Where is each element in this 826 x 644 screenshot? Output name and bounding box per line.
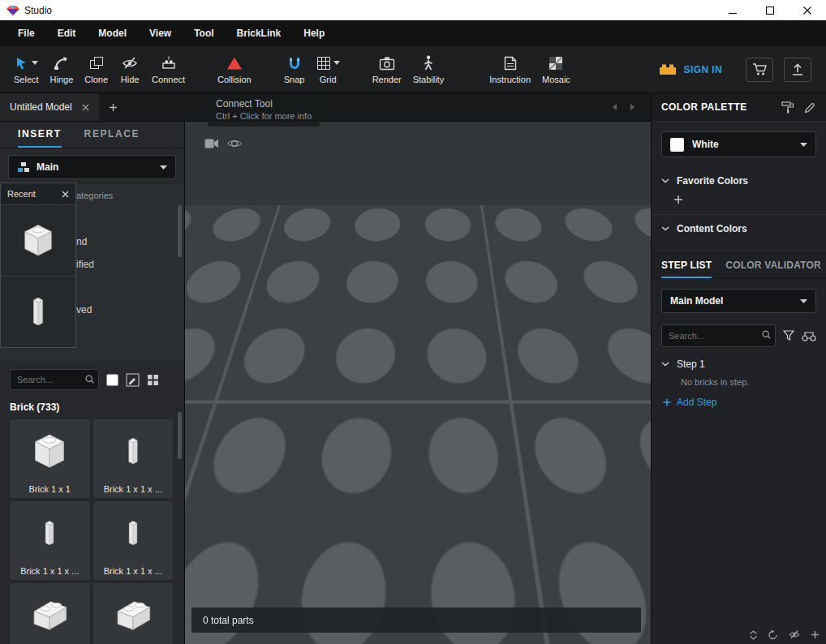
tab-color-validator[interactable]: COLOR VALIDATOR <box>725 253 821 278</box>
brick-1x1-tall-thumbnail <box>122 419 144 484</box>
tool-stability[interactable]: Stability <box>407 54 450 86</box>
part-tile[interactable]: Brick 1 x 1 x ... <box>93 419 174 498</box>
nav-right-icon[interactable] <box>630 103 636 111</box>
step-list-tabs: STEP LIST COLOR VALIDATOR <box>652 252 826 279</box>
step-search-input[interactable] <box>661 324 776 347</box>
add-icon[interactable] <box>811 630 820 639</box>
part-tile[interactable]: Brick 1 x 2 <box>10 583 90 644</box>
selected-color-swatch[interactable] <box>106 374 118 386</box>
tool-hinge[interactable]: Hinge <box>45 54 80 86</box>
white-color-swatch <box>670 138 684 152</box>
tab-insert[interactable]: INSERT <box>18 122 62 148</box>
stability-figure-icon <box>423 55 434 71</box>
collapse-steps-icon[interactable] <box>749 630 758 640</box>
recent-popup: Recent <box>0 182 76 348</box>
clone-icon <box>89 56 104 71</box>
snap-icon <box>287 56 302 71</box>
caret-down-icon <box>333 61 340 65</box>
recent-close-icon[interactable] <box>62 191 69 198</box>
viewport-3d[interactable]: 0 total parts <box>185 122 651 644</box>
category-scrollbar[interactable] <box>178 205 182 257</box>
new-model-tab-button[interactable] <box>99 93 128 121</box>
menu-help[interactable]: Help <box>292 20 336 46</box>
parts-section-header: Brick (733) <box>10 401 174 413</box>
add-step-button[interactable]: Add Step <box>652 387 826 408</box>
tab-replace[interactable]: REPLACE <box>84 122 140 148</box>
upload-button[interactable] <box>784 58 811 82</box>
tool-render[interactable]: Render <box>367 54 407 86</box>
brick-1x1-thumbnail <box>27 419 72 484</box>
tab-nav <box>611 103 651 111</box>
view-mode-grid-icon[interactable] <box>147 374 159 386</box>
step-search-row <box>661 324 816 347</box>
paint-roller-icon[interactable] <box>781 101 794 114</box>
tool-grid[interactable]: Grid <box>311 54 346 86</box>
favorite-colors-section[interactable]: Favorite Colors <box>652 167 826 190</box>
menu-model[interactable]: Model <box>87 20 138 46</box>
connect-icon <box>161 56 176 71</box>
orbit-icon[interactable] <box>227 138 242 149</box>
recent-part-brick-1x1x3[interactable] <box>1 276 75 347</box>
tool-snap[interactable]: Snap <box>278 54 311 86</box>
color-dropdown[interactable]: White <box>661 131 816 157</box>
tab-step-list[interactable]: STEP LIST <box>661 253 712 278</box>
tool-select[interactable]: Select <box>8 54 45 86</box>
caret-down-icon <box>160 165 167 170</box>
recent-popup-title: Recent <box>7 189 36 199</box>
part-tile[interactable]: Brick 1 x 2 <box>93 583 174 644</box>
tooltip-subtitle: Ctrl + Click for more info <box>216 111 312 121</box>
decorated-parts-icon[interactable] <box>126 373 140 387</box>
add-favorite-color-button[interactable] <box>652 190 826 214</box>
caret-down-icon <box>800 143 807 147</box>
tab-close-icon[interactable] <box>82 104 89 111</box>
brick-1x1-tall-thumbnail <box>123 501 144 566</box>
content-colors-section[interactable]: Content Colors <box>652 215 826 238</box>
eyedropper-icon[interactable] <box>804 101 816 114</box>
step-1-row[interactable]: Step 1 <box>652 347 826 371</box>
refresh-steps-icon[interactable] <box>768 629 778 640</box>
menu-tool[interactable]: Tool <box>183 20 225 46</box>
search-icon <box>84 374 95 384</box>
cart-icon <box>752 62 767 76</box>
part-tile[interactable]: Brick 1 x 1 <box>10 419 90 498</box>
tool-clone[interactable]: Clone <box>79 54 114 86</box>
shopping-cart-button[interactable] <box>746 58 773 82</box>
model-dropdown[interactable]: Main Model <box>661 289 816 313</box>
workspace: Untitled Model INSERT REPLACE Main <box>0 93 826 644</box>
caret-down-icon <box>800 299 807 303</box>
palette-icon <box>17 161 30 173</box>
part-tile[interactable]: Brick 1 x 1 x ... <box>10 501 90 580</box>
chevron-down-icon <box>661 178 669 183</box>
tool-hide[interactable]: Hide <box>114 54 146 86</box>
search-icon <box>761 329 772 340</box>
nav-left-icon[interactable] <box>611 103 617 111</box>
palette-dropdown[interactable]: Main <box>8 155 176 179</box>
maximize-button[interactable] <box>751 0 789 20</box>
tool-collision[interactable]: Collision <box>212 54 257 86</box>
tool-instruction[interactable]: Instruction <box>484 54 536 86</box>
menu-view[interactable]: View <box>138 20 183 46</box>
filter-funnel-icon[interactable] <box>783 330 794 341</box>
parts-scrollbar[interactable] <box>178 412 182 459</box>
menu-bricklink[interactable]: BrickLink <box>226 20 293 46</box>
recent-part-brick-1x1[interactable] <box>1 204 75 276</box>
minimize-button[interactable] <box>714 0 751 20</box>
baseplate <box>185 205 651 644</box>
empty-step-text: No bricks in step. <box>652 371 826 387</box>
select-icon <box>15 56 29 71</box>
model-tabstrip: Untitled Model <box>0 93 651 122</box>
camera-view-icon[interactable] <box>204 139 218 148</box>
tab-untitled-model[interactable]: Untitled Model <box>0 93 99 121</box>
tool-mosaic[interactable]: Mosaic <box>536 54 576 86</box>
part-tile[interactable]: Brick 1 x 1 x ... <box>93 501 174 580</box>
close-button[interactable] <box>789 0 826 20</box>
gold-brick-icon <box>659 63 677 75</box>
tool-connect[interactable]: Connect <box>146 54 191 86</box>
menu-file[interactable]: File <box>6 20 46 46</box>
binoculars-icon[interactable] <box>802 331 816 341</box>
sign-in-button[interactable]: SIGN IN <box>659 63 722 75</box>
menu-edit[interactable]: Edit <box>46 20 88 46</box>
grid-icon <box>316 56 331 71</box>
hide-step-bricks-icon[interactable] <box>788 629 801 640</box>
hinge-icon <box>54 56 70 71</box>
